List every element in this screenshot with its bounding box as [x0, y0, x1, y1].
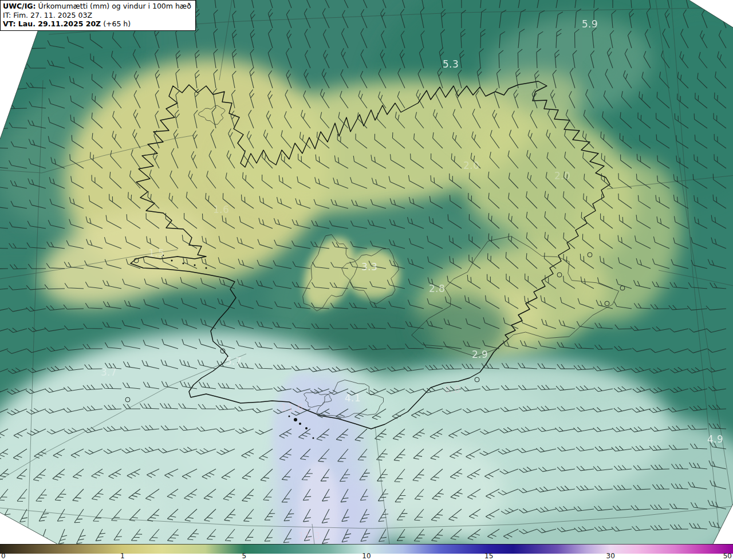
- colorbar-tick-label: 15: [484, 553, 493, 559]
- forecast-header: UWC/IG: Úrkomumætti (mm) og vindur i 100…: [0, 0, 196, 31]
- colorbar-tick-label: 30: [606, 553, 615, 559]
- valid-time-suffix: (+65 h): [101, 19, 131, 28]
- product-title-line: UWC/IG: Úrkomumætti (mm) og vindur i 100…: [3, 2, 191, 11]
- colorbar-tick-row: 01510153050: [0, 553, 733, 560]
- colorbar-tick-label: 50: [723, 553, 732, 559]
- precipitation-colorbar: 01510153050: [0, 544, 733, 560]
- weather-map-app: 5.95.32.02.01.61.53.32.85.73.72.94.19.81…: [0, 0, 733, 560]
- colorbar-tick-label: 5: [242, 553, 246, 559]
- precip-field: [0, 0, 733, 544]
- product-title: Úrkomumætti (mm) og vindur i 100m hæð: [36, 2, 191, 10]
- colorbar-tick-label: 10: [362, 553, 371, 559]
- valid-time-line: VT: Lau. 29.11.2025 20Z (+65 h): [3, 19, 191, 29]
- init-time-line: IT: Fim. 27. 11. 2025 03Z: [3, 11, 191, 20]
- map-canvas: [0, 0, 733, 544]
- valid-time-label: VT: Lau. 29.11.2025 20Z: [3, 19, 101, 28]
- colorbar-tick-label: 1: [120, 553, 125, 559]
- product-label: UWC/IG:: [3, 2, 36, 10]
- colorbar-tick-label: 0: [1, 553, 6, 559]
